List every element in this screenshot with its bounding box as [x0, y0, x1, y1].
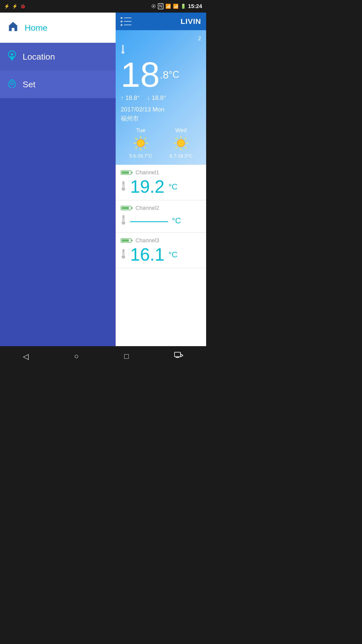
sidebar: Home Location Set: [0, 13, 116, 346]
forecast-wed-temp: 6.7-18.3°C: [161, 153, 201, 159]
channel1-temp-row: 19.2 °C: [121, 178, 201, 195]
cast-button[interactable]: [169, 349, 188, 363]
channel1-section: Channel1 19.2 °C: [116, 165, 206, 200]
channel3-temp: 16.1: [130, 246, 164, 263]
menu-lines-icon[interactable]: [121, 17, 131, 26]
sidebar-home-label: Home: [25, 23, 48, 33]
svg-line-17: [135, 147, 137, 148]
temp-decimal: .8: [160, 70, 169, 80]
status-bar: ⚡ ⚡ 🐞 ⦿ N 📶 📶 🔋 15:24: [0, 0, 206, 13]
channel1-unit: °C: [168, 182, 177, 191]
status-bar-right: ⦿ N 📶 📶 🔋 15:24: [151, 3, 202, 10]
svg-line-25: [185, 147, 186, 148]
channel3-temp-row: 16.1 °C: [121, 246, 201, 263]
svg-line-24: [176, 138, 177, 139]
sun-icon-wed: [173, 135, 189, 151]
svg-rect-35: [123, 218, 124, 222]
channel3-section: Channel3 16.1 °C: [116, 233, 206, 268]
svg-rect-1: [12, 28, 14, 31]
gear-icon: [8, 79, 17, 90]
usb1-icon: ⚡: [4, 4, 10, 9]
sidebar-item-home[interactable]: Home: [0, 13, 116, 43]
svg-point-4: [11, 53, 13, 56]
forecast-tue-temp: 5.6-16.7°C: [121, 153, 161, 159]
weather-section: 2 18 .8 °C ↑ 18.8° ↓ 18.8° 2017/02/13 Mo…: [116, 30, 206, 165]
right-panel: LIVIN 2 18 .8 °C ↑ 18.8° ↓ 18.8°: [116, 13, 206, 346]
hi-temp: ↑ 18.8°: [121, 94, 140, 101]
sidebar-location-label: Location: [23, 52, 55, 62]
channel2-unit: °C: [172, 216, 181, 225]
svg-rect-39: [174, 352, 180, 357]
channel3-unit: °C: [168, 250, 177, 259]
channel2-name: Channel2: [135, 205, 159, 211]
channel2-temp-row: ——— °C: [121, 213, 201, 228]
svg-line-15: [145, 147, 146, 148]
channel1-temp: 19.2: [130, 178, 164, 195]
bluetooth-icon: ⦿: [151, 4, 156, 9]
signal-icon: 📶: [173, 4, 178, 9]
weather-thermo-icon: [121, 44, 201, 56]
weather-page-num: 2: [121, 35, 201, 42]
svg-point-29: [178, 140, 184, 146]
weather-hi-lo: ↑ 18.8° ↓ 18.8°: [121, 94, 201, 101]
status-time: 15:24: [188, 3, 202, 10]
svg-rect-32: [123, 184, 124, 188]
channel1-thermo-icon: [121, 181, 126, 193]
channel2-header: Channel2: [121, 205, 201, 211]
svg-point-6: [11, 82, 14, 85]
sun-icon-tue: [133, 135, 149, 151]
channel1-name: Channel1: [135, 169, 159, 176]
main-layout: Home Location Set: [0, 13, 206, 346]
app-brand: LIVIN: [180, 17, 201, 26]
date-line: 2017/02/13 Mon: [121, 105, 201, 114]
sidebar-set-label: Set: [23, 79, 35, 89]
bottom-nav: ◁ ○ □: [0, 346, 206, 366]
home-icon: [8, 21, 19, 34]
weather-date: 2017/02/13 Mon 福州市: [121, 105, 201, 123]
channel2-section: Channel2 ——— °C: [116, 200, 206, 233]
usb2-icon: ⚡: [12, 4, 18, 9]
status-bar-left: ⚡ ⚡ 🐞: [4, 4, 26, 9]
forecast-tue-label: Tue: [121, 127, 161, 134]
svg-line-16: [145, 138, 146, 139]
weather-temp-display: 18 .8 °C: [121, 57, 201, 92]
temp-unit: °C: [169, 70, 179, 79]
location-icon: [8, 50, 17, 63]
wifi-icon: 📶: [165, 4, 171, 9]
channel1-battery-icon: [121, 170, 132, 175]
svg-rect-9: [123, 47, 123, 52]
channel2-temp: ———: [130, 213, 168, 228]
topbar-left: [121, 17, 131, 26]
channel1-header: Channel1: [121, 169, 201, 176]
channel2-battery-icon: [121, 206, 132, 210]
weather-forecast: Tue: [121, 127, 201, 159]
svg-line-14: [135, 138, 137, 139]
recent-button[interactable]: □: [119, 349, 134, 363]
battery-icon: 🔋: [180, 4, 186, 9]
channel3-name: Channel3: [135, 237, 159, 244]
temp-whole: 18: [121, 57, 160, 92]
svg-line-26: [185, 138, 186, 139]
city-line: 福州市: [121, 114, 201, 123]
svg-marker-5: [9, 56, 15, 61]
nfc-icon: N: [158, 3, 163, 9]
sidebar-item-location[interactable]: Location: [0, 43, 116, 70]
forecast-day-wed: Wed: [161, 127, 201, 159]
forecast-wed-label: Wed: [161, 127, 201, 134]
back-button[interactable]: ◁: [18, 349, 34, 363]
svg-rect-38: [123, 252, 124, 256]
channel3-header: Channel3: [121, 237, 201, 244]
sidebar-item-set[interactable]: Set: [0, 70, 116, 98]
channel2-thermo-icon: [121, 215, 126, 227]
channel3-thermo-icon: [121, 249, 126, 261]
home-button[interactable]: ○: [69, 349, 84, 363]
debug-icon: 🐞: [20, 4, 26, 9]
svg-point-19: [138, 140, 144, 146]
svg-line-27: [176, 147, 177, 148]
channel3-battery-icon: [121, 238, 132, 243]
forecast-day-tue: Tue: [121, 127, 161, 159]
right-topbar: LIVIN: [116, 13, 206, 30]
lo-temp: ↓ 18.8°: [147, 94, 166, 101]
